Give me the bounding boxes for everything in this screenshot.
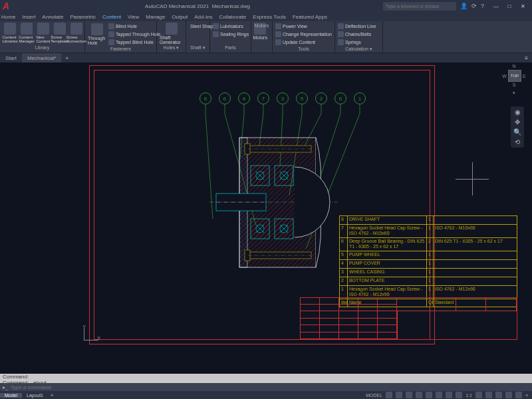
motor-power-view[interactable]: Power View xyxy=(275,23,332,30)
view-cube[interactable]: N WTOPE S ▾ xyxy=(501,64,527,100)
nav-wheel-icon[interactable]: ◉ xyxy=(515,108,521,116)
title-block xyxy=(300,297,517,340)
command-input[interactable] xyxy=(10,384,529,390)
new-tab-button[interactable]: + xyxy=(61,55,72,61)
polar-toggle-icon[interactable] xyxy=(416,392,422,398)
bom-row: 7Hexagon Socket Head Cap Screw - ISO 476… xyxy=(339,224,517,237)
menu-parametric[interactable]: Parametric xyxy=(70,14,96,20)
navigation-bar: ◉ ✥ 🔍 ⟲ xyxy=(511,106,524,148)
fastener-tapped-blind-hole[interactable]: Tapped Blind Hole xyxy=(108,39,160,46)
bom-row: 6Deep Groove Ball Bearing - DIN 625 T1 -… xyxy=(339,237,517,251)
clean-screen-icon[interactable] xyxy=(515,392,522,398)
maximize-button[interactable]: □ xyxy=(503,3,516,9)
sync-icon[interactable]: ⟳ xyxy=(471,3,477,9)
transparency-toggle-icon[interactable] xyxy=(456,392,462,398)
drawing-canvas[interactable]: 864735261 xyxy=(0,63,532,374)
part-lubricators[interactable]: Lubricators xyxy=(213,23,249,30)
calc-springs[interactable]: Springs xyxy=(338,39,380,46)
panel-label-calc: Calculation ▾ xyxy=(338,46,380,53)
annotation-monitor-icon[interactable] xyxy=(485,392,492,398)
mechanical-drawing xyxy=(209,132,342,272)
bom-cell: 5 xyxy=(340,251,348,259)
otrack-toggle-icon[interactable] xyxy=(436,392,442,398)
tabs-overflow-icon[interactable]: ≡ xyxy=(521,55,532,61)
menu-view[interactable]: View xyxy=(128,14,139,20)
menu-collaborate[interactable]: Collaborate xyxy=(219,14,246,20)
ortho-toggle-icon[interactable] xyxy=(406,392,412,398)
calc-deflection-line[interactable]: Deflection Line xyxy=(338,23,380,30)
add-layout-button[interactable]: + xyxy=(48,393,56,398)
help-search-input[interactable] xyxy=(383,2,456,11)
zoom-icon[interactable]: 🔍 xyxy=(513,128,521,136)
grid-toggle-icon[interactable] xyxy=(386,392,392,398)
tab-start[interactable]: Start xyxy=(0,53,22,63)
bom-cell: 8 xyxy=(340,216,348,224)
tab-drawing[interactable]: Mechanical* xyxy=(22,53,62,63)
panel-label-motors-s: Motors xyxy=(254,23,269,29)
status-bar: Model Layout1 + MODEL 1:1 ≡ xyxy=(0,391,532,399)
bom-row: 4PUMP COVER1 xyxy=(339,259,517,268)
close-button[interactable]: ✕ xyxy=(516,3,529,9)
annotation-scale[interactable]: 1:1 xyxy=(466,393,472,398)
bom-cell: BOTTOM PLATE xyxy=(348,277,427,285)
bom-row: 8DRIVE SHAFT1 xyxy=(339,215,517,224)
customize-status-icon[interactable]: ≡ xyxy=(525,393,528,398)
command-window: Command: Command: _about ▸_ xyxy=(0,374,532,391)
motor-change-representation[interactable]: Change Representation xyxy=(275,31,332,38)
motor-update-content[interactable]: Update Content xyxy=(275,39,332,46)
hardware-accel-icon[interactable] xyxy=(505,392,512,398)
signin-icon[interactable]: 👤 xyxy=(460,3,467,9)
screw-connection-button[interactable]: ScrewConnection xyxy=(69,23,84,43)
isolate-icon[interactable] xyxy=(495,392,502,398)
bom-table: 8DRIVE SHAFT17Hexagon Socket Head Cap Sc… xyxy=(339,215,517,307)
content-libraries-button[interactable]: ContentLibraries xyxy=(3,23,17,43)
bom-cell: 6 xyxy=(340,238,348,251)
bom-cell: 4 xyxy=(340,260,348,268)
bom-cell xyxy=(434,251,517,259)
bom-cell: PUMP WHEEL xyxy=(348,251,427,259)
bom-cell: 1 xyxy=(427,225,434,237)
menu-content[interactable]: Content xyxy=(102,14,121,20)
model-tab[interactable]: Model xyxy=(0,393,22,398)
layout-tab[interactable]: Layout1 xyxy=(22,393,48,398)
title-text: AutoCAD Mechanical 2021 Mechanical.dwg xyxy=(12,3,383,9)
help-icon[interactable]: ? xyxy=(481,3,484,9)
workspace-icon[interactable] xyxy=(475,392,482,398)
command-prompt-icon: ▸_ xyxy=(3,384,8,390)
shaft-steel-shapes[interactable]: Steel Shapes xyxy=(189,23,207,30)
part-sealing-rings[interactable]: Sealing Rings xyxy=(213,31,249,38)
bom-cell: PUMP COVER xyxy=(348,260,427,268)
shaft-generator-button[interactable]: Shaft Generator xyxy=(160,23,183,45)
menu-insert[interactable]: Insert xyxy=(22,14,35,20)
osnap-toggle-icon[interactable] xyxy=(426,392,432,398)
bom-row: 1Hexagon Socket Head Cap Screw - ISO 476… xyxy=(339,285,517,299)
new-content-button[interactable]: NewContent xyxy=(36,23,51,43)
menu-annotate[interactable]: Annotate xyxy=(42,14,63,20)
menu-express-tools[interactable]: Express Tools xyxy=(253,14,286,20)
fastener-blind-hole[interactable]: Blind Hole xyxy=(108,23,160,30)
snap-toggle-icon[interactable] xyxy=(396,392,402,398)
bom-cell: 1 xyxy=(427,277,434,285)
bom-cell: ISO 4762 - M10x60 xyxy=(434,225,517,237)
panel-label-parts: Parts xyxy=(213,45,248,51)
calc-chains-belts[interactable]: Chains/Belts xyxy=(338,31,380,38)
bom-cell: DRIVE SHAFT xyxy=(348,216,427,224)
pan-icon[interactable]: ✥ xyxy=(515,118,520,126)
menu-add-ins[interactable]: Add-ins xyxy=(194,14,212,20)
lineweight-toggle-icon[interactable] xyxy=(446,392,452,398)
minimize-button[interactable]: — xyxy=(489,3,503,9)
title-bar: A AutoCAD Mechanical 2021 Mechanical.dwg… xyxy=(0,0,532,12)
menu-manage[interactable]: Manage xyxy=(146,14,165,20)
screw-templates-button[interactable]: ScrewTemplates xyxy=(53,23,67,43)
orbit-icon[interactable]: ⟲ xyxy=(515,138,520,146)
through-hole-button[interactable]: Through Hole xyxy=(88,23,106,46)
bom-cell: 1 xyxy=(427,251,434,259)
content-manager-button[interactable]: ContentManager xyxy=(19,23,34,43)
menu-output[interactable]: Output xyxy=(172,14,188,20)
menu-featured-apps[interactable]: Featured Apps xyxy=(293,14,327,20)
bom-cell xyxy=(434,260,517,268)
status-model-label[interactable]: MODEL xyxy=(366,393,382,398)
menu-home[interactable]: Home xyxy=(1,14,15,20)
bom-cell: 2 xyxy=(340,277,348,285)
fastener-tapped-through-hole[interactable]: Tapped Through Hole xyxy=(108,31,160,38)
